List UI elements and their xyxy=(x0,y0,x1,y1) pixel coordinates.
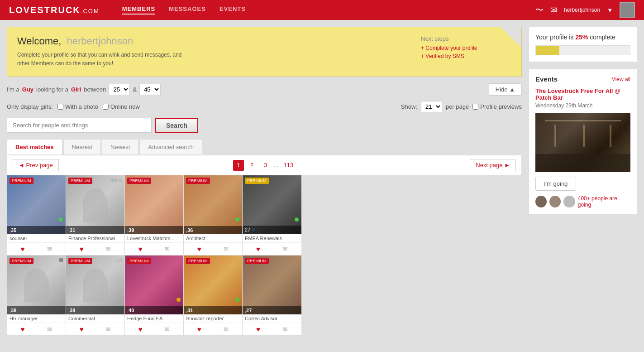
profile-previews-checkbox[interactable] xyxy=(472,104,478,110)
profile-actions: ♥ ✉ xyxy=(243,323,301,335)
tab-best-matches[interactable]: Best matches xyxy=(7,139,62,155)
wink-button[interactable]: ♥ xyxy=(80,245,84,253)
prev-page-button[interactable]: ◄ Prev page xyxy=(13,159,59,171)
online-now-label[interactable]: Online now xyxy=(103,103,140,110)
filter-age-max[interactable]: 455055 xyxy=(139,84,161,95)
events-title: Events xyxy=(535,75,558,83)
wink-button[interactable]: ♥ xyxy=(21,245,25,253)
nav-messages[interactable]: MESSAGES xyxy=(169,5,206,14)
page-113[interactable]: 113 xyxy=(281,160,296,171)
next-steps-label: Next steps xyxy=(421,35,511,42)
online-now-checkbox[interactable] xyxy=(103,104,109,110)
header-avatar[interactable] xyxy=(620,2,635,18)
search-row: Search xyxy=(7,118,522,133)
profile-name: Architect xyxy=(184,234,242,242)
welcome-banner: Welcome, herbertjohnson Complete your pr… xyxy=(7,27,522,77)
profile-name: CoSec Advisor xyxy=(243,314,301,323)
search-input[interactable] xyxy=(7,118,152,133)
wink-button[interactable]: ♥ xyxy=(197,245,201,253)
page-2[interactable]: 2 xyxy=(247,160,258,171)
tab-newest[interactable]: Newest xyxy=(102,139,138,155)
wink-button[interactable]: ♥ xyxy=(256,245,260,253)
profile-card[interactable]: PREMIUM ,31 Showbiz reporter ♥ ✉ xyxy=(184,256,243,335)
filter-bar: I'm a Guy looking for a Girl between 251… xyxy=(7,83,522,96)
message-button[interactable]: ✉ xyxy=(224,325,229,333)
show-count-select[interactable]: 211230 xyxy=(421,101,442,112)
page-1[interactable]: 1 xyxy=(233,160,244,171)
tab-advanced-search[interactable]: Advanced search xyxy=(139,139,202,155)
welcome-greeting: Welcome, xyxy=(17,35,61,47)
hide-button[interactable]: Hide ▲ xyxy=(489,83,522,96)
show-label: Show: xyxy=(401,103,417,110)
next-page-button[interactable]: Next page ► xyxy=(470,159,516,171)
page-numbers: 1 2 3 ... 113 xyxy=(233,160,296,171)
filter-age-min[interactable]: 251830 xyxy=(109,84,130,95)
profile-card[interactable]: PREMIUM ,27 CoSec Advisor ♥ ✉ xyxy=(243,256,301,335)
profile-card[interactable]: PREMIUM yet ,38 Commercial ♥ ✉ xyxy=(66,256,125,335)
search-button[interactable]: Search xyxy=(155,118,198,133)
events-header: Events View all xyxy=(535,75,630,83)
profile-card[interactable]: PREMIUM visible ,31 Finance Professional… xyxy=(66,175,125,255)
view-all-link[interactable]: View all xyxy=(612,76,630,82)
header-dropdown-icon[interactable]: ▼ xyxy=(607,7,613,14)
im-going-button[interactable]: I'm going xyxy=(535,177,576,191)
profile-actions: ♥ ✉ xyxy=(66,323,124,335)
progress-bar-outer xyxy=(535,45,630,55)
filter-gender2: Girl xyxy=(71,86,81,93)
filter-and-label: & xyxy=(133,86,137,93)
main-nav: MEMBERS MESSAGES EVENTS xyxy=(122,5,246,14)
progress-bar-inner xyxy=(536,46,559,55)
filter-ima-label: I'm a xyxy=(7,86,19,93)
profile-complete-box: Your profile is 25% complete xyxy=(529,27,637,62)
message-button[interactable]: ✉ xyxy=(106,245,111,253)
filter-between-label: between xyxy=(84,86,106,93)
page-3[interactable]: 3 xyxy=(260,160,271,171)
profile-actions: ♥ ✉ xyxy=(125,242,183,255)
profiles-row-2: PREMIUM ,38 HR manager ♥ ✉ PREMIUM yet xyxy=(7,256,522,336)
with-photo-label[interactable]: With a photo xyxy=(57,103,98,110)
with-photo-checkbox[interactable] xyxy=(57,104,63,110)
display-options-bar: Only display girls: With a photo Online … xyxy=(7,101,522,112)
profile-name: Finance Professional xyxy=(66,234,124,242)
per-page-label: per page xyxy=(446,103,469,110)
messages-icon[interactable]: ✉ xyxy=(550,5,557,15)
message-button[interactable]: ✉ xyxy=(283,325,288,333)
step-verified-sms[interactable]: + Verified by SMS xyxy=(421,53,511,59)
event-title[interactable]: The Lovestruck Free For All @ Patch Bar xyxy=(535,87,630,101)
profile-card[interactable]: PREMIUM ,36 Architect ♥ ✉ xyxy=(184,175,243,255)
profile-actions: ♥ ✉ xyxy=(7,242,66,255)
step-complete-profile[interactable]: + Complete your profile xyxy=(421,45,511,51)
profile-card[interactable]: PREMIUM ,39 Lovestruck Matchm... ♥ ✉ xyxy=(125,175,184,255)
message-button[interactable]: ✉ xyxy=(283,245,288,253)
page-ellipsis: ... xyxy=(274,162,279,169)
profile-card[interactable]: PREMIUM ,38 HR manager ♥ ✉ xyxy=(7,256,66,335)
wink-button[interactable]: ♥ xyxy=(80,325,84,333)
profile-card[interactable]: PREMIUM ,40 Hedge Fund EA ♥ ✉ xyxy=(125,256,184,335)
tab-nearest[interactable]: Nearest xyxy=(63,139,101,155)
nav-members[interactable]: MEMBERS xyxy=(122,5,155,14)
message-button[interactable]: ✉ xyxy=(47,245,52,253)
wink-button[interactable]: ♥ xyxy=(21,325,25,333)
attendees-count[interactable]: 400+ people are going xyxy=(578,195,630,208)
logo: LOVESTRUCK.COM xyxy=(9,5,100,15)
message-button[interactable]: ✉ xyxy=(224,245,229,253)
welcome-left: Welcome, herbertjohnson Complete your pr… xyxy=(17,35,189,68)
wink-button[interactable]: ♥ xyxy=(256,325,260,333)
message-button[interactable]: ✉ xyxy=(165,325,170,333)
message-button[interactable]: ✉ xyxy=(165,245,170,253)
activity-icon[interactable]: 〜 xyxy=(535,5,544,15)
message-button[interactable]: ✉ xyxy=(106,325,111,333)
tabs-bar: Best matches Nearest Newest Advanced sea… xyxy=(7,139,522,155)
welcome-body: Complete your profile so that you can wi… xyxy=(17,51,189,68)
wink-button[interactable]: ♥ xyxy=(138,245,143,253)
wink-button[interactable]: ♥ xyxy=(197,325,201,333)
sidebar: Your profile is 25% complete Events View… xyxy=(529,27,637,345)
wink-button[interactable]: ♥ xyxy=(138,325,143,333)
profile-card[interactable]: PREMIUM 27 ✓ EMEA Renewals ♥ ✉ xyxy=(243,175,301,255)
filter-looking-label: looking for a xyxy=(36,86,68,93)
message-button[interactable]: ✉ xyxy=(47,325,52,333)
nav-events[interactable]: EVENTS xyxy=(219,5,246,14)
profile-card[interactable]: PREMIUM ,35 counsel ♥ ✉ xyxy=(7,175,66,255)
profile-previews-label[interactable]: Profile previews xyxy=(472,103,522,110)
profile-actions: ♥ ✉ xyxy=(125,323,183,335)
